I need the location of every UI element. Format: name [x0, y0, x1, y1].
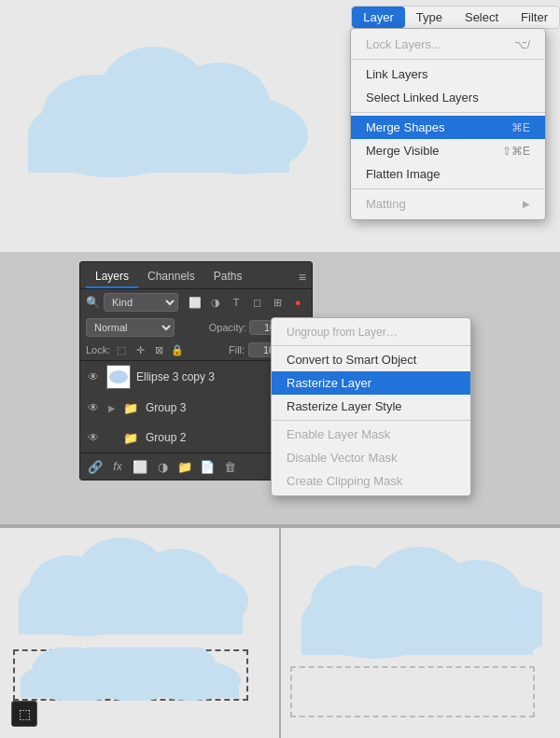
- lock-position-btn[interactable]: ✛: [133, 342, 147, 357]
- filter-shape-icon[interactable]: ◻: [248, 294, 265, 311]
- bottom-right-selection-border: [290, 666, 535, 717]
- svg-rect-13: [19, 601, 243, 634]
- fill-label: Fill:: [229, 344, 245, 355]
- svg-rect-20: [21, 679, 239, 698]
- layer-thumb-ellipse: [106, 365, 131, 389]
- tab-paths[interactable]: Paths: [204, 266, 252, 288]
- context-clipping-mask[interactable]: Create Clipping Mask: [272, 469, 470, 493]
- context-divider-1: [272, 420, 470, 421]
- blend-mode-select[interactable]: Normal: [86, 318, 175, 337]
- layer-visibility-group3[interactable]: 👁: [86, 400, 101, 415]
- dropdown-divider-1: [351, 59, 545, 60]
- layer-dropdown-menu: Lock Layers... ⌥/ Link Layers Select Lin…: [350, 28, 546, 220]
- dropdown-select-linked[interactable]: Select Linked Layers: [351, 86, 545, 109]
- filter-adjust-icon[interactable]: ◑: [207, 294, 224, 311]
- adjustment-btn[interactable]: ◑: [153, 457, 172, 476]
- menu-bar: Layer Type Select Filter: [351, 6, 560, 29]
- folder-btn[interactable]: 📁: [175, 457, 194, 476]
- lock-all-btn[interactable]: 🔒: [170, 342, 185, 357]
- dropdown-merge-shapes[interactable]: Merge Shapes ⌘E: [351, 116, 545, 139]
- lock-artboard-btn[interactable]: ⊠: [151, 342, 166, 357]
- dropdown-merge-visible[interactable]: Merge Visible ⇧⌘E: [351, 139, 545, 162]
- layer-filter-icons: ⬜ ◑ T ◻ ⊞ ●: [187, 294, 306, 311]
- selection-tool-icon[interactable]: ⬚: [11, 701, 37, 727]
- search-icon: 🔍: [86, 296, 100, 309]
- bottom-canvas: ⬚: [0, 528, 560, 738]
- svg-rect-27: [301, 618, 533, 655]
- layers-filter-row: 🔍 Kind ⬜ ◑ T ◻ ⊞ ●: [80, 289, 312, 315]
- filter-pixel-icon[interactable]: ⬜: [187, 294, 203, 311]
- dropdown-link-layers[interactable]: Link Layers: [351, 63, 545, 86]
- mask-btn[interactable]: ⬜: [131, 457, 149, 476]
- dropdown-divider-2: [351, 112, 545, 113]
- context-rasterize-style[interactable]: Rasterize Layer Style: [272, 395, 470, 418]
- context-ungroup[interactable]: Ungroup from Layer…: [272, 321, 470, 343]
- opacity-label: Opacity:: [209, 322, 246, 333]
- tab-layers[interactable]: Layers: [86, 266, 138, 288]
- context-enable-mask[interactable]: Enable Layer Mask: [272, 423, 470, 446]
- cloud-bottom-left-bg: [9, 537, 252, 649]
- folder-icon-group2: 📁: [123, 431, 138, 445]
- link-layers-btn[interactable]: 🔗: [86, 457, 105, 476]
- filter-circle-icon[interactable]: ●: [289, 294, 306, 311]
- bottom-left-canvas: ⬚: [0, 528, 281, 738]
- folder-icon-group3: 📁: [123, 401, 138, 415]
- cloud-main: [19, 33, 308, 177]
- layer-visibility-ellipse[interactable]: 👁: [86, 369, 101, 384]
- menu-type[interactable]: Type: [405, 7, 454, 28]
- layer-expand-group3[interactable]: ▶: [106, 402, 118, 413]
- context-rasterize-layer[interactable]: Rasterize Layer: [272, 371, 470, 395]
- dropdown-lock-layers[interactable]: Lock Layers... ⌥/: [351, 33, 545, 56]
- layer-visibility-group2[interactable]: 👁: [86, 430, 101, 445]
- context-divider-0: [272, 345, 470, 346]
- lock-label: Lock:: [86, 344, 110, 355]
- context-menu: Ungroup from Layer… Convert to Smart Obj…: [271, 317, 471, 496]
- new-layer-btn[interactable]: 📄: [198, 457, 217, 476]
- dropdown-matting[interactable]: Matting ▶: [351, 192, 545, 216]
- selection-icon: ⬚: [19, 706, 31, 721]
- lock-pixels-btn[interactable]: ⬚: [114, 342, 129, 357]
- layers-tabs-row: Layers Channels Paths ≡: [80, 262, 312, 289]
- bottom-right-canvas: [281, 528, 560, 738]
- dropdown-divider-3: [351, 188, 545, 189]
- svg-rect-6: [28, 131, 289, 173]
- context-convert-smart[interactable]: Convert to Smart Object: [272, 348, 470, 371]
- tab-channels[interactable]: Channels: [138, 266, 204, 288]
- delete-layer-btn[interactable]: 🗑: [220, 457, 239, 476]
- kind-filter-select[interactable]: Kind: [104, 293, 178, 312]
- context-disable-vector[interactable]: Disable Vector Mask: [272, 446, 470, 469]
- dropdown-flatten-image[interactable]: Flatten Image: [351, 162, 545, 186]
- menu-filter[interactable]: Filter: [510, 7, 559, 28]
- layers-tab-group: Layers Channels Paths: [86, 266, 251, 288]
- layers-panel-menu-icon[interactable]: ≡: [299, 270, 306, 285]
- cloud-bottom-left-sel: [13, 647, 248, 701]
- cloud-bottom-right: [290, 547, 542, 668]
- menu-select[interactable]: Select: [454, 7, 510, 28]
- filter-text-icon[interactable]: T: [228, 294, 245, 311]
- filter-smart-icon[interactable]: ⊞: [269, 294, 286, 311]
- menu-layer[interactable]: Layer: [352, 7, 405, 28]
- fx-btn[interactable]: fx: [108, 457, 127, 476]
